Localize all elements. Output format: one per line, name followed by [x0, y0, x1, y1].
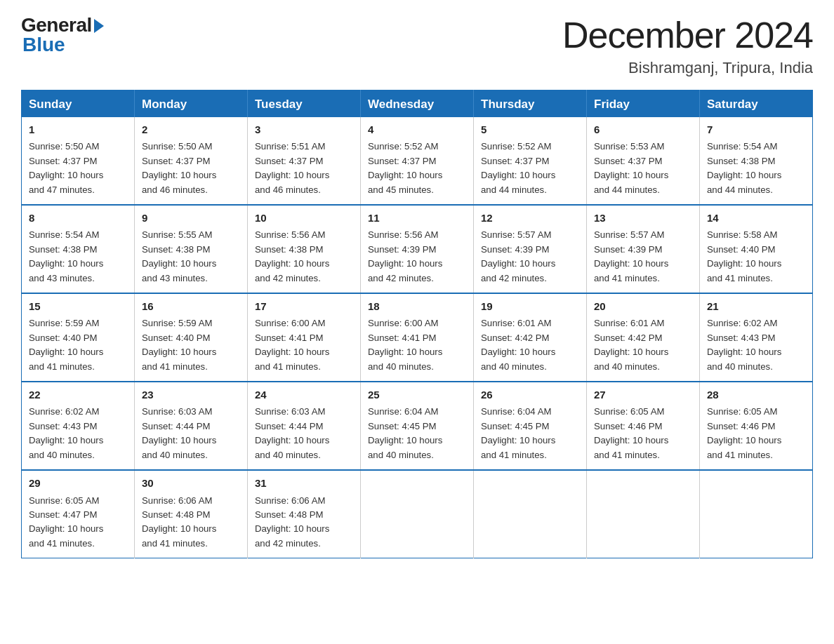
calendar-cell: 10Sunrise: 5:56 AM Sunset: 4:38 PM Dayli… — [248, 205, 361, 293]
calendar-cell: 17Sunrise: 6:00 AM Sunset: 4:41 PM Dayli… — [248, 293, 361, 382]
day-info: Sunrise: 6:03 AM Sunset: 4:44 PM Dayligh… — [142, 405, 241, 462]
calendar-cell: 27Sunrise: 6:05 AM Sunset: 4:46 PM Dayli… — [587, 382, 700, 470]
day-info: Sunrise: 5:58 AM Sunset: 4:40 PM Dayligh… — [707, 228, 807, 286]
day-info: Sunrise: 6:04 AM Sunset: 4:45 PM Dayligh… — [481, 405, 581, 462]
calendar-cell: 21Sunrise: 6:02 AM Sunset: 4:43 PM Dayli… — [700, 293, 813, 382]
day-number: 1 — [29, 121, 128, 137]
day-info: Sunrise: 6:05 AM Sunset: 4:46 PM Dayligh… — [594, 405, 694, 462]
day-number: 7 — [707, 121, 807, 137]
day-number: 24 — [255, 387, 355, 403]
day-info: Sunrise: 5:51 AM Sunset: 4:37 PM Dayligh… — [255, 140, 355, 197]
calendar-week-row: 8Sunrise: 5:54 AM Sunset: 4:38 PM Daylig… — [22, 205, 813, 293]
day-info: Sunrise: 5:53 AM Sunset: 4:37 PM Dayligh… — [594, 140, 694, 197]
day-info: Sunrise: 5:59 AM Sunset: 4:40 PM Dayligh… — [29, 316, 128, 374]
calendar-day-header: Wednesday — [361, 90, 474, 118]
calendar-day-header: Thursday — [474, 90, 587, 118]
calendar-cell: 23Sunrise: 6:03 AM Sunset: 4:44 PM Dayli… — [135, 382, 248, 470]
location-subtitle: Bishramganj, Tripura, India — [562, 59, 813, 77]
calendar-week-row: 15Sunrise: 5:59 AM Sunset: 4:40 PM Dayli… — [22, 293, 813, 382]
day-info: Sunrise: 6:01 AM Sunset: 4:42 PM Dayligh… — [481, 316, 581, 374]
day-number: 30 — [142, 475, 241, 491]
day-number: 13 — [594, 210, 694, 226]
day-info: Sunrise: 5:57 AM Sunset: 4:39 PM Dayligh… — [594, 228, 694, 286]
day-number: 10 — [255, 210, 355, 226]
day-info: Sunrise: 5:54 AM Sunset: 4:38 PM Dayligh… — [707, 140, 807, 197]
month-title: December 2024 — [562, 14, 813, 56]
calendar-cell: 28Sunrise: 6:05 AM Sunset: 4:46 PM Dayli… — [700, 382, 813, 470]
calendar-week-row: 29Sunrise: 6:05 AM Sunset: 4:47 PM Dayli… — [22, 470, 813, 558]
calendar-cell: 30Sunrise: 6:06 AM Sunset: 4:48 PM Dayli… — [135, 470, 248, 558]
calendar-cell: 5Sunrise: 5:52 AM Sunset: 4:37 PM Daylig… — [474, 117, 587, 205]
day-number: 15 — [29, 298, 128, 314]
day-number: 22 — [29, 387, 128, 403]
day-number: 19 — [481, 298, 581, 314]
calendar-day-header: Monday — [135, 90, 248, 118]
day-number: 17 — [255, 298, 355, 314]
calendar-day-header: Tuesday — [248, 90, 361, 118]
calendar-cell: 6Sunrise: 5:53 AM Sunset: 4:37 PM Daylig… — [587, 117, 700, 205]
day-number: 20 — [594, 298, 694, 314]
calendar-cell: 2Sunrise: 5:50 AM Sunset: 4:37 PM Daylig… — [135, 117, 248, 205]
day-number: 25 — [368, 387, 468, 403]
day-info: Sunrise: 6:06 AM Sunset: 4:48 PM Dayligh… — [142, 494, 241, 551]
day-number: 18 — [368, 298, 468, 314]
day-number: 26 — [481, 387, 581, 403]
day-info: Sunrise: 6:06 AM Sunset: 4:48 PM Dayligh… — [255, 494, 355, 551]
page-header: General Blue December 2024 Bishramganj, … — [21, 14, 813, 77]
day-info: Sunrise: 5:56 AM Sunset: 4:39 PM Dayligh… — [368, 228, 468, 286]
day-number: 23 — [142, 387, 241, 403]
calendar-cell: 4Sunrise: 5:52 AM Sunset: 4:37 PM Daylig… — [361, 117, 474, 205]
day-info: Sunrise: 5:57 AM Sunset: 4:39 PM Dayligh… — [481, 228, 581, 286]
day-number: 8 — [29, 210, 128, 226]
title-area: December 2024 Bishramganj, Tripura, Indi… — [562, 14, 813, 77]
calendar-cell: 11Sunrise: 5:56 AM Sunset: 4:39 PM Dayli… — [361, 205, 474, 293]
day-info: Sunrise: 6:00 AM Sunset: 4:41 PM Dayligh… — [255, 316, 355, 374]
day-info: Sunrise: 6:01 AM Sunset: 4:42 PM Dayligh… — [594, 316, 694, 374]
day-info: Sunrise: 6:02 AM Sunset: 4:43 PM Dayligh… — [707, 316, 807, 374]
calendar-cell — [361, 470, 474, 558]
calendar-day-header: Saturday — [700, 90, 813, 118]
calendar-cell: 31Sunrise: 6:06 AM Sunset: 4:48 PM Dayli… — [248, 470, 361, 558]
calendar-cell: 13Sunrise: 5:57 AM Sunset: 4:39 PM Dayli… — [587, 205, 700, 293]
day-number: 5 — [481, 121, 581, 137]
day-number: 12 — [481, 210, 581, 226]
day-number: 31 — [255, 475, 355, 491]
calendar-cell: 22Sunrise: 6:02 AM Sunset: 4:43 PM Dayli… — [22, 382, 135, 470]
day-number: 28 — [707, 387, 807, 403]
calendar-cell: 24Sunrise: 6:03 AM Sunset: 4:44 PM Dayli… — [248, 382, 361, 470]
day-info: Sunrise: 5:52 AM Sunset: 4:37 PM Dayligh… — [481, 140, 581, 197]
calendar-day-header: Friday — [587, 90, 700, 118]
calendar-cell: 15Sunrise: 5:59 AM Sunset: 4:40 PM Dayli… — [22, 293, 135, 382]
day-number: 21 — [707, 298, 807, 314]
calendar-cell: 3Sunrise: 5:51 AM Sunset: 4:37 PM Daylig… — [248, 117, 361, 205]
calendar-cell: 1Sunrise: 5:50 AM Sunset: 4:37 PM Daylig… — [22, 117, 135, 205]
day-info: Sunrise: 6:04 AM Sunset: 4:45 PM Dayligh… — [368, 405, 468, 462]
calendar-cell: 12Sunrise: 5:57 AM Sunset: 4:39 PM Dayli… — [474, 205, 587, 293]
day-number: 6 — [594, 121, 694, 137]
calendar-cell: 29Sunrise: 6:05 AM Sunset: 4:47 PM Dayli… — [22, 470, 135, 558]
day-number: 14 — [707, 210, 807, 226]
calendar-cell: 9Sunrise: 5:55 AM Sunset: 4:38 PM Daylig… — [135, 205, 248, 293]
day-number: 2 — [142, 121, 241, 137]
day-number: 16 — [142, 298, 241, 314]
calendar-cell: 19Sunrise: 6:01 AM Sunset: 4:42 PM Dayli… — [474, 293, 587, 382]
day-info: Sunrise: 5:50 AM Sunset: 4:37 PM Dayligh… — [142, 140, 241, 197]
logo-arrow-icon — [94, 19, 104, 33]
day-info: Sunrise: 5:50 AM Sunset: 4:37 PM Dayligh… — [29, 140, 128, 197]
calendar-cell — [587, 470, 700, 558]
day-number: 11 — [368, 210, 468, 226]
logo: General Blue — [21, 14, 104, 56]
day-info: Sunrise: 5:56 AM Sunset: 4:38 PM Dayligh… — [255, 228, 355, 286]
calendar-cell: 18Sunrise: 6:00 AM Sunset: 4:41 PM Dayli… — [361, 293, 474, 382]
calendar-table: SundayMondayTuesdayWednesdayThursdayFrid… — [21, 90, 813, 558]
day-number: 4 — [368, 121, 468, 137]
day-number: 9 — [142, 210, 241, 226]
calendar-cell: 7Sunrise: 5:54 AM Sunset: 4:38 PM Daylig… — [700, 117, 813, 205]
calendar-day-header: Sunday — [22, 90, 135, 118]
day-info: Sunrise: 6:03 AM Sunset: 4:44 PM Dayligh… — [255, 405, 355, 462]
calendar-cell: 16Sunrise: 5:59 AM Sunset: 4:40 PM Dayli… — [135, 293, 248, 382]
day-info: Sunrise: 5:55 AM Sunset: 4:38 PM Dayligh… — [142, 228, 241, 286]
day-info: Sunrise: 6:05 AM Sunset: 4:47 PM Dayligh… — [29, 494, 128, 551]
day-info: Sunrise: 6:02 AM Sunset: 4:43 PM Dayligh… — [29, 405, 128, 462]
logo-blue-text: Blue — [21, 34, 65, 56]
